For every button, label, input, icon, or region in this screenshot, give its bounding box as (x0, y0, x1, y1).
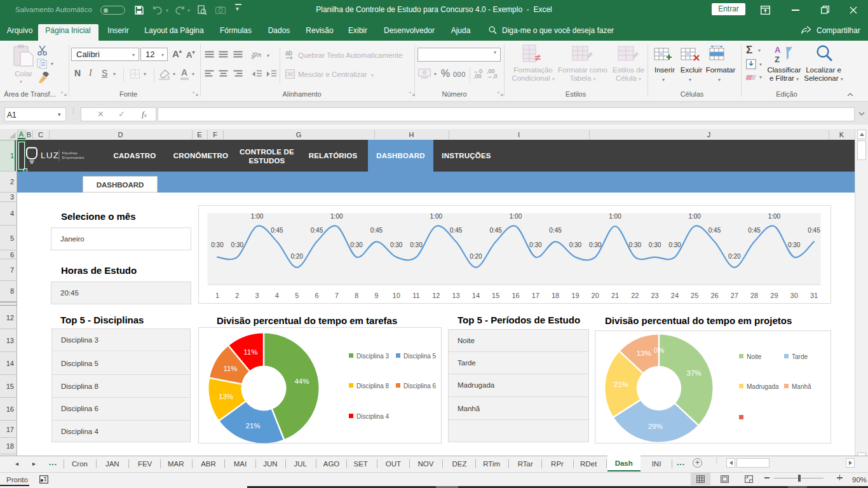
svg-text:13%: 13% (637, 349, 651, 357)
svg-text:4: 4 (275, 292, 279, 299)
svg-text:28: 28 (750, 292, 758, 299)
svg-text:0:30: 0:30 (788, 241, 801, 248)
svg-text:0:45: 0:45 (489, 227, 502, 234)
svg-text:10: 10 (393, 292, 400, 299)
svg-text:15: 15 (492, 292, 499, 299)
svg-text:0:30: 0:30 (649, 241, 661, 248)
svg-text:ab: ab (285, 50, 293, 57)
svg-text:0:45: 0:45 (450, 227, 463, 234)
svg-text:0:45: 0:45 (370, 227, 383, 234)
svg-text:Planilhas: Planilhas (62, 151, 78, 155)
svg-text:29: 29 (770, 292, 778, 299)
svg-text:1:00: 1:00 (688, 213, 701, 220)
svg-text:0:30: 0:30 (569, 241, 582, 248)
svg-text:0:45: 0:45 (709, 227, 721, 234)
svg-text:≠: ≠ (535, 52, 541, 63)
svg-text:21: 21 (611, 292, 619, 299)
svg-text:0:30: 0:30 (668, 241, 681, 248)
svg-text:A: A (775, 45, 781, 55)
svg-text:0:30: 0:30 (211, 241, 224, 248)
svg-text:1:00: 1:00 (330, 213, 343, 220)
svg-text:1: 1 (215, 292, 219, 299)
svg-text:13%: 13% (219, 393, 233, 400)
svg-text:0:30: 0:30 (231, 241, 244, 248)
svg-text:0%: 0% (654, 346, 665, 354)
svg-text:12: 12 (432, 292, 440, 299)
svg-text:9: 9 (374, 292, 378, 299)
svg-text:Empresariais: Empresariais (62, 156, 85, 159)
svg-text:ab: ab (252, 50, 259, 60)
svg-text:6: 6 (315, 292, 318, 299)
svg-text:0:20: 0:20 (290, 253, 303, 260)
svg-text:18: 18 (552, 292, 559, 299)
svg-text:0:45: 0:45 (311, 227, 323, 234)
svg-text:16: 16 (512, 292, 519, 299)
svg-text:0:30: 0:30 (589, 241, 602, 248)
svg-text:20: 20 (592, 292, 599, 299)
svg-text:1:00: 1:00 (251, 213, 264, 220)
svg-text:21%: 21% (245, 422, 260, 430)
svg-text:Z: Z (775, 55, 780, 64)
svg-text:0:20: 0:20 (470, 253, 482, 260)
svg-text:0:30: 0:30 (390, 241, 403, 248)
svg-text:27: 27 (731, 292, 738, 299)
svg-text:26: 26 (710, 292, 718, 299)
svg-text:25: 25 (691, 292, 698, 299)
svg-text:5: 5 (295, 292, 299, 299)
svg-text:0:30: 0:30 (410, 241, 423, 248)
svg-text:31: 31 (810, 292, 818, 299)
svg-text:2: 2 (235, 292, 239, 299)
svg-text:24: 24 (671, 292, 679, 299)
svg-text:11: 11 (412, 292, 419, 299)
svg-text:0:20: 0:20 (728, 253, 741, 260)
svg-text:17: 17 (532, 292, 539, 299)
svg-text:1:00: 1:00 (768, 213, 781, 220)
svg-text:11%: 11% (223, 365, 237, 372)
svg-text:1:00: 1:00 (609, 213, 621, 220)
svg-text:23: 23 (651, 292, 658, 299)
svg-text:LUZ: LUZ (41, 151, 59, 160)
svg-text:22: 22 (631, 292, 639, 299)
svg-text:37%: 37% (687, 369, 702, 377)
svg-text:21%: 21% (614, 381, 628, 388)
svg-text:0:30: 0:30 (529, 241, 542, 248)
svg-text:3: 3 (255, 292, 259, 299)
svg-text:30: 30 (790, 292, 798, 299)
svg-text:19: 19 (571, 292, 579, 299)
svg-text:29%: 29% (648, 423, 663, 430)
svg-text:1:00: 1:00 (510, 213, 522, 220)
svg-text:44%: 44% (294, 377, 309, 385)
svg-text:0:45: 0:45 (808, 227, 820, 234)
svg-text:0:30: 0:30 (629, 241, 642, 248)
svg-text:11%: 11% (243, 348, 257, 356)
svg-text:0:45: 0:45 (748, 227, 761, 234)
svg-text:13: 13 (452, 292, 459, 299)
svg-text:0:45: 0:45 (271, 227, 283, 234)
svg-text:0:45: 0:45 (549, 227, 562, 234)
svg-text:8: 8 (355, 292, 358, 299)
svg-text:14: 14 (472, 292, 480, 299)
svg-text:1:00: 1:00 (430, 213, 443, 220)
svg-text:0:30: 0:30 (350, 241, 363, 248)
svg-text:7: 7 (335, 292, 339, 299)
